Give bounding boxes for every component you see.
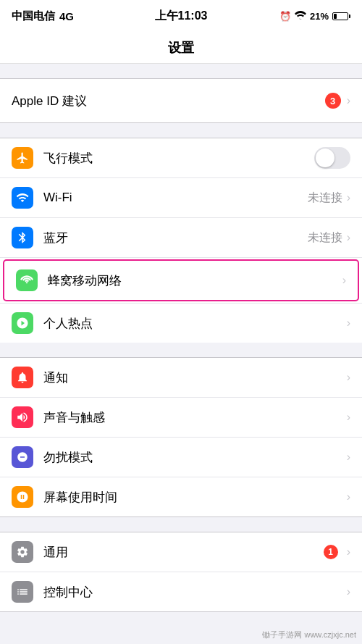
- status-time: 上午11:03: [155, 9, 208, 24]
- wifi-label: Wi-Fi: [43, 191, 308, 205]
- airplane-icon: [16, 151, 29, 164]
- general-chevron: ›: [347, 545, 350, 559]
- screentime-icon: [16, 490, 29, 503]
- dnd-row[interactable]: 勿扰模式 ›: [0, 438, 362, 477]
- hotspot-label: 个人热点: [43, 315, 347, 332]
- general-icon-wrap: [12, 541, 33, 563]
- dnd-label: 勿扰模式: [43, 449, 347, 466]
- general-group: 通用 1 › 控制中心 ›: [0, 532, 362, 612]
- connectivity-list: 飞行模式 Wi-Fi 未连接 ›: [0, 138, 362, 343]
- carrier-info: 中国电信 4G: [12, 9, 74, 23]
- control-chevron: ›: [347, 585, 350, 598]
- airplane-icon-wrap: [12, 147, 33, 169]
- sound-row[interactable]: 声音与触感 ›: [0, 398, 362, 438]
- airplane-row[interactable]: 飞行模式: [0, 138, 362, 178]
- apple-id-label: Apple ID 建议: [12, 93, 325, 109]
- hotspot-icon: [16, 317, 29, 330]
- sound-chevron: ›: [347, 411, 350, 424]
- apple-id-badge: 3: [325, 93, 341, 109]
- control-icon: [16, 585, 29, 598]
- screentime-chevron: ›: [347, 490, 350, 503]
- cellular-label: 蜂窝移动网络: [48, 272, 342, 289]
- battery-icon: [332, 12, 350, 20]
- carrier-name: 中国电信: [12, 9, 55, 23]
- wifi-row[interactable]: Wi-Fi 未连接 ›: [0, 178, 362, 218]
- wifi-value: 未连接: [308, 191, 342, 206]
- notification-row[interactable]: 通知 ›: [0, 358, 362, 398]
- cellular-chevron: ›: [342, 274, 346, 287]
- screentime-icon-wrap: [12, 486, 33, 508]
- connectivity-group: 飞行模式 Wi-Fi 未连接 ›: [0, 138, 362, 343]
- navigation-bar: 设置: [0, 32, 362, 64]
- bluetooth-icon-wrap: [12, 227, 33, 248]
- dnd-chevron: ›: [347, 451, 350, 464]
- sound-label: 声音与触感: [43, 409, 347, 426]
- screentime-label: 屏幕使用时间: [43, 489, 347, 506]
- wifi-icon-wrap: [12, 187, 33, 209]
- notification-chevron: ›: [347, 371, 350, 384]
- bluetooth-row[interactable]: 蓝牙 未连接 ›: [0, 218, 362, 258]
- alarm-icon: ⏰: [279, 11, 291, 22]
- cellular-row[interactable]: 蜂窝移动网络 ›: [4, 261, 358, 300]
- hotspot-icon-wrap: [12, 312, 33, 334]
- control-label: 控制中心: [43, 584, 347, 601]
- general-label: 通用: [43, 544, 324, 561]
- hotspot-chevron: ›: [347, 317, 350, 330]
- sound-icon-wrap: [12, 406, 33, 428]
- control-icon-wrap: [12, 581, 33, 603]
- dnd-icon-wrap: [12, 446, 33, 468]
- page-title: 设置: [168, 39, 194, 57]
- status-bar: 中国电信 4G 上午11:03 ⏰ 21%: [0, 0, 362, 32]
- airplane-toggle[interactable]: [314, 147, 350, 169]
- airplane-label: 飞行模式: [43, 150, 314, 167]
- notification-icon-wrap: [12, 367, 33, 388]
- wifi-status-icon: [295, 11, 306, 22]
- apple-id-badge-container: 3 ›: [325, 93, 350, 109]
- general-icon: [16, 545, 29, 559]
- notification-label: 通知: [43, 369, 347, 386]
- wifi-icon: [16, 191, 29, 204]
- cellular-highlight-container: 蜂窝移动网络 ›: [3, 259, 359, 301]
- network-type: 4G: [59, 10, 74, 22]
- status-icons: ⏰ 21%: [279, 11, 350, 22]
- general-right: 1 ›: [324, 545, 350, 559]
- bluetooth-value: 未连接: [308, 230, 342, 246]
- cellular-icon: [20, 274, 33, 287]
- battery-percent: 21%: [310, 11, 329, 22]
- wifi-chevron: ›: [347, 191, 350, 204]
- cellular-icon-wrap: [16, 269, 38, 291]
- settings-content: Apple ID 建议 3 › 飞行模式: [0, 78, 362, 612]
- watermark: 锄子手游网 www.czjxjc.net: [262, 630, 356, 640]
- bluetooth-icon: [16, 231, 29, 244]
- apple-id-row[interactable]: Apple ID 建议 3 ›: [0, 79, 362, 122]
- general-badge: 1: [324, 545, 338, 559]
- notification-icon: [16, 371, 29, 384]
- apple-id-chevron: ›: [347, 94, 350, 107]
- apple-id-section[interactable]: Apple ID 建议 3 ›: [0, 78, 362, 123]
- control-center-row[interactable]: 控制中心 ›: [0, 572, 362, 611]
- bluetooth-label: 蓝牙: [43, 230, 308, 246]
- dnd-icon: [16, 451, 29, 464]
- bluetooth-chevron: ›: [347, 231, 350, 244]
- hotspot-row[interactable]: 个人热点 ›: [0, 303, 362, 343]
- general-row[interactable]: 通用 1 ›: [0, 532, 362, 572]
- screentime-row[interactable]: 屏幕使用时间 ›: [0, 477, 362, 517]
- sound-icon: [16, 411, 29, 424]
- system-group: 通知 › 声音与触感 › 勿扰模式 ›: [0, 357, 362, 517]
